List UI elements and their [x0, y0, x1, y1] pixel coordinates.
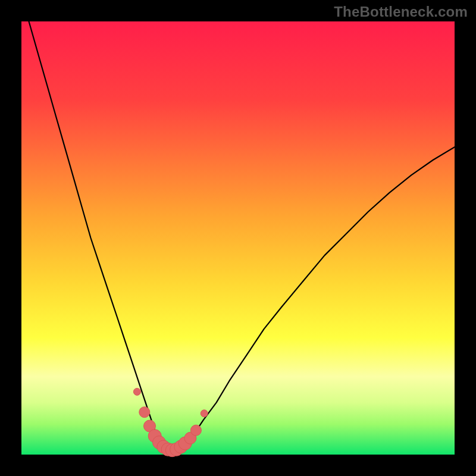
curve-marker: [190, 425, 201, 436]
curve-marker: [201, 410, 208, 417]
gradient-plot-area: [21, 21, 455, 455]
bottleneck-curve: [21, 0, 455, 450]
curve-marker: [139, 407, 150, 418]
curve-layer: [21, 21, 455, 455]
chart-frame: TheBottleneck.com: [0, 0, 476, 476]
curve-marker: [133, 388, 140, 395]
watermark-label: TheBottleneck.com: [334, 4, 468, 20]
